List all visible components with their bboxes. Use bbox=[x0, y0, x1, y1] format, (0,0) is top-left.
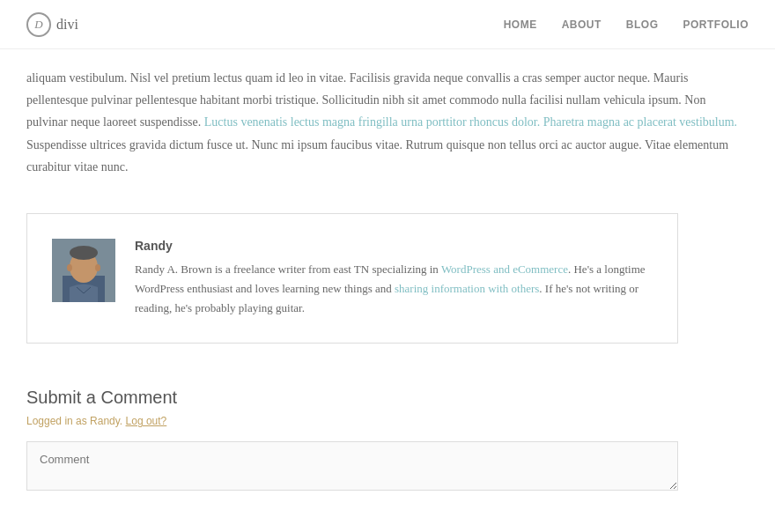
article-link-2[interactable]: Pharetra magna ac placerat vestibulum. bbox=[543, 115, 737, 129]
svg-point-4 bbox=[67, 264, 72, 271]
svg-point-3 bbox=[70, 246, 98, 260]
comment-title: Submit a Comment bbox=[26, 388, 749, 408]
nav-about[interactable]: ABOUT bbox=[562, 18, 602, 31]
comment-section: Submit a Comment Logged in as Randy. Log… bbox=[26, 379, 749, 512]
logo[interactable]: D divi bbox=[26, 12, 78, 37]
author-name: Randy bbox=[135, 239, 653, 253]
article-link-1[interactable]: Luctus venenatis lectus magna fringilla … bbox=[204, 115, 540, 129]
svg-point-5 bbox=[95, 264, 100, 271]
nav-portfolio[interactable]: PORTFOLIO bbox=[683, 18, 749, 31]
author-info: Randy Randy A. Brown is a freelance writ… bbox=[135, 239, 653, 318]
nav-blog[interactable]: BLOG bbox=[626, 18, 659, 31]
logo-icon: D bbox=[26, 12, 51, 37]
logo-text: divi bbox=[56, 17, 78, 33]
header: D divi HOME ABOUT BLOG PORTFOLIO bbox=[0, 0, 775, 49]
main-content: aliquam vestibulum. Nisl vel pretium lec… bbox=[0, 49, 775, 512]
author-bio: Randy A. Brown is a freelance writer fro… bbox=[135, 260, 653, 318]
nav-home[interactable]: HOME bbox=[504, 18, 537, 31]
logout-link[interactable]: Log out? bbox=[126, 415, 167, 427]
article-body: aliquam vestibulum. Nisl vel pretium lec… bbox=[26, 71, 737, 174]
author-bio-link-wp[interactable]: WordPress and eCommerce bbox=[441, 262, 568, 276]
avatar bbox=[52, 239, 115, 302]
author-box: Randy Randy A. Brown is a freelance writ… bbox=[26, 213, 678, 344]
logged-in-status: Logged in as Randy. Log out? bbox=[26, 415, 749, 427]
author-bio-link-sharing[interactable]: sharing information with others bbox=[395, 282, 539, 295]
article-text: aliquam vestibulum. Nisl vel pretium lec… bbox=[26, 49, 749, 204]
comment-input[interactable] bbox=[26, 441, 678, 491]
nav: HOME ABOUT BLOG PORTFOLIO bbox=[504, 18, 749, 31]
